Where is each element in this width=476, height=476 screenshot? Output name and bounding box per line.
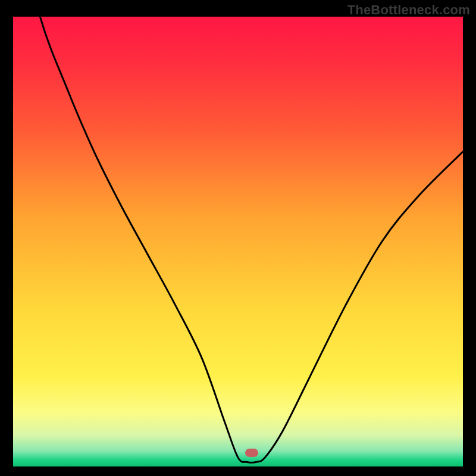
- bottleneck-curve: [13, 17, 463, 466]
- watermark-text: TheBottleneck.com: [347, 2, 470, 18]
- chart-stage: TheBottleneck.com: [0, 0, 476, 476]
- plot-area: [13, 17, 463, 459]
- optimum-marker: [245, 449, 258, 457]
